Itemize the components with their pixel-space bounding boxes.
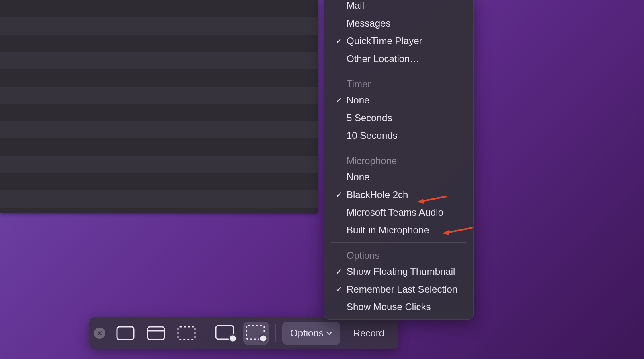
screen-icon: [115, 325, 135, 341]
menu-separator: [331, 71, 466, 71]
check-icon: ✓: [334, 267, 343, 276]
svg-rect-1: [148, 327, 164, 340]
menu-item-label: Show Mouse Clicks: [347, 301, 431, 313]
close-icon: [97, 330, 103, 336]
menu-item-label: Mail: [347, 0, 364, 11]
record-selection-icon: [245, 324, 267, 342]
menu-section-options: Options: [324, 246, 473, 263]
menu-item-label: None: [347, 95, 369, 106]
toolbar-separator: [206, 324, 206, 342]
menu-item-mail[interactable]: Mail: [324, 0, 473, 14]
svg-marker-9: [417, 199, 424, 204]
menu-item-remember-selection[interactable]: ✓ Remember Last Selection: [324, 281, 473, 298]
menu-item-mic-blackhole[interactable]: ✓ BlackHole 2ch: [324, 186, 473, 204]
svg-rect-3: [178, 327, 195, 340]
svg-point-7: [260, 335, 267, 342]
options-menu: Mail Messages ✓ QuickTime Player Other L…: [324, 0, 474, 320]
chevron-down-icon: [326, 331, 332, 335]
svg-marker-11: [442, 230, 449, 235]
svg-point-5: [229, 335, 236, 342]
menu-item-label: Show Floating Thumbnail: [347, 266, 455, 277]
menu-item-timer-10sec[interactable]: 10 Seconds: [324, 127, 473, 144]
annotation-arrow: [441, 226, 474, 236]
capture-entire-screen-button[interactable]: [113, 322, 138, 345]
menu-item-mic-teams[interactable]: Microsoft Teams Audio: [324, 204, 473, 221]
menu-item-label: 5 Seconds: [347, 112, 392, 124]
menu-item-label: Remember Last Selection: [347, 284, 457, 295]
capture-selected-window-button[interactable]: [143, 322, 169, 345]
menu-item-label: Built-in Microphone: [347, 225, 429, 236]
record-screen-icon: [214, 324, 237, 342]
options-label: Options: [290, 328, 324, 339]
menu-section-timer: Timer: [324, 74, 473, 91]
svg-rect-0: [117, 327, 134, 340]
screenshot-toolbar: Options Record: [89, 317, 398, 349]
menu-separator: [331, 148, 466, 148]
capture-selected-portion-button[interactable]: [174, 322, 199, 345]
menu-item-other-location[interactable]: Other Location…: [324, 50, 473, 68]
record-button[interactable]: Record: [345, 322, 392, 345]
close-button[interactable]: [94, 328, 105, 339]
menu-item-label: Other Location…: [347, 53, 419, 64]
menu-item-quicktime-player[interactable]: ✓ QuickTime Player: [324, 32, 473, 50]
check-icon: ✓: [334, 95, 343, 105]
check-icon: ✓: [334, 36, 343, 46]
background-window: [0, 0, 318, 213]
check-icon: ✓: [334, 190, 343, 200]
annotation-arrow: [416, 195, 448, 204]
menu-item-show-mouse-clicks[interactable]: Show Mouse Clicks: [324, 298, 473, 316]
check-icon: ✓: [334, 285, 343, 294]
record-label: Record: [353, 328, 384, 339]
menu-item-timer-none[interactable]: ✓ None: [324, 91, 473, 109]
options-button[interactable]: Options: [282, 322, 340, 345]
svg-line-10: [447, 228, 472, 233]
menu-item-label: Messages: [347, 18, 390, 29]
record-entire-screen-button[interactable]: [213, 322, 238, 345]
menu-item-label: Microsoft Teams Audio: [347, 207, 443, 218]
menu-item-label: None: [347, 171, 369, 183]
record-selected-portion-button[interactable]: [243, 322, 269, 345]
menu-item-mic-none[interactable]: None: [324, 168, 473, 186]
svg-line-8: [422, 196, 447, 201]
menu-item-label: 10 Seconds: [347, 130, 398, 141]
menu-section-microphone: Microphone: [324, 151, 473, 168]
menu-item-messages[interactable]: Messages: [324, 14, 473, 32]
window-icon: [146, 325, 166, 341]
menu-item-label: BlackHole 2ch: [347, 189, 408, 200]
menu-item-show-thumbnail[interactable]: ✓ Show Floating Thumbnail: [324, 263, 473, 281]
selection-icon: [176, 325, 197, 341]
toolbar-separator: [275, 324, 276, 342]
menu-item-timer-5sec[interactable]: 5 Seconds: [324, 109, 473, 127]
menu-item-label: QuickTime Player: [347, 35, 422, 47]
menu-separator: [331, 242, 466, 243]
